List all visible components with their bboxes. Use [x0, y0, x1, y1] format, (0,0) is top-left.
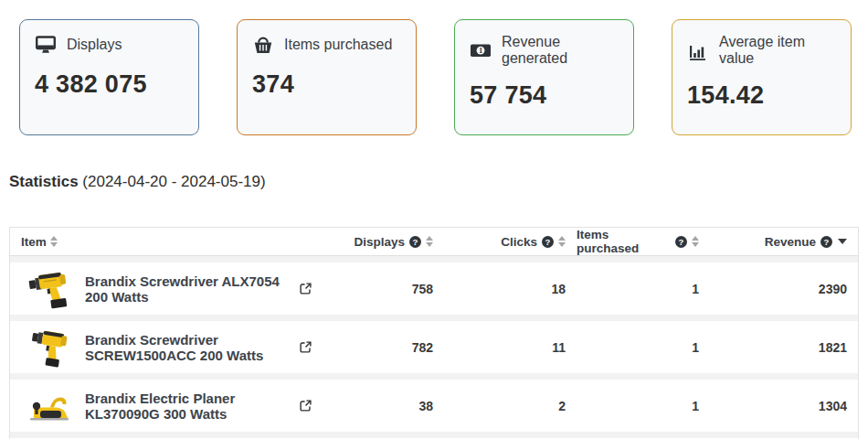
product-link[interactable]: Brandix Screwdriver ALX7054 200 Watts	[74, 273, 312, 305]
column-header-clicks[interactable]: Clicks ?	[444, 235, 577, 249]
displays-value: 38	[312, 399, 444, 413]
svg-text:1: 1	[479, 46, 482, 55]
stat-card-label: Displays	[67, 37, 122, 53]
stat-card-value: 4 382 075	[35, 70, 184, 99]
sort-descending-icon	[838, 239, 847, 244]
row-separator	[10, 315, 858, 321]
help-icon[interactable]: ?	[820, 236, 832, 248]
product-link[interactable]: Brandix Screwdriver SCREW1500ACC 200 Wat…	[74, 332, 312, 363]
display-icon	[35, 34, 57, 56]
column-header-displays[interactable]: Displays ?	[312, 235, 444, 249]
stat-cards: Displays 4 382 075 Items purchased 374	[0, 0, 868, 135]
bar-chart-icon	[687, 39, 709, 61]
stat-card-value: 154.42	[687, 81, 836, 110]
column-header-label: Revenue	[765, 235, 816, 249]
help-icon[interactable]: ?	[409, 236, 421, 248]
column-header-item[interactable]: Item	[10, 235, 312, 249]
statistics-heading: Statistics (2024-04-20 - 2024-05-19)	[9, 172, 868, 192]
product-name: Brandix Screwdriver SCREW1500ACC 200 Wat…	[85, 332, 295, 363]
product-name: Brandix Screwdriver ALX7054 200 Watts	[85, 273, 295, 305]
column-header-label: Items purchased	[577, 228, 671, 255]
statistics-title: Statistics	[9, 173, 79, 190]
item-cell: Brandix Electric Planer KL370090G 300 Wa…	[10, 383, 312, 429]
row-separator	[10, 256, 858, 262]
table-header-row: Item Displays ? Clicks ? Items purchased…	[10, 228, 858, 256]
statistics-table: Item Displays ? Clicks ? Items purchased…	[9, 227, 859, 439]
product-image-planer	[26, 383, 74, 429]
revenue-value: 2390	[710, 282, 858, 296]
sort-icon	[692, 236, 699, 247]
column-header-label: Item	[21, 235, 47, 249]
item-cell: Brandix Screwdriver SCREW1500ACC 200 Wat…	[10, 325, 312, 370]
money-bill-icon: 1	[470, 39, 492, 61]
stat-card-value: 374	[252, 70, 401, 99]
product-image-drill	[26, 325, 74, 370]
stat-card-displays: Displays 4 382 075	[19, 19, 199, 135]
product-name: Brandix Electric Planer KL370090G 300 Wa…	[85, 391, 295, 422]
stat-card-label: Revenue generated	[502, 34, 619, 67]
stat-card-label: Average item value	[719, 34, 836, 67]
row-separator	[10, 373, 858, 380]
sort-icon	[50, 236, 58, 247]
external-link-icon	[300, 341, 312, 353]
table-row: Brandix Screwdriver ALX7054 200 Watts 75…	[10, 262, 858, 315]
sort-icon	[558, 236, 566, 247]
table-row: Brandix Electric Planer KL370090G 300 Wa…	[10, 380, 858, 432]
item-cell: Brandix Screwdriver ALX7054 200 Watts	[10, 266, 312, 312]
external-link-icon	[300, 283, 312, 294]
stat-card-value: 57 754	[470, 81, 619, 110]
product-link[interactable]: Brandix Electric Planer KL370090G 300 Wa…	[74, 391, 312, 422]
stat-card-label: Items purchased	[284, 37, 392, 53]
items-purchased-value: 1	[577, 282, 710, 296]
displays-value: 782	[312, 340, 444, 355]
stat-card-items-purchased: Items purchased 374	[237, 19, 417, 135]
column-header-items-purchased[interactable]: Items purchased ?	[577, 228, 710, 255]
statistics-date-range: (2024-04-20 - 2024-05-19)	[82, 173, 265, 190]
external-link-icon	[300, 400, 312, 412]
displays-value: 758	[312, 282, 444, 296]
clicks-value: 11	[444, 340, 577, 355]
sort-icon	[426, 236, 433, 247]
stat-card-average-item-value: Average item value 154.42	[672, 19, 852, 135]
column-header-label: Clicks	[501, 235, 537, 249]
items-purchased-value: 1	[577, 399, 710, 413]
revenue-value: 1821	[710, 340, 858, 355]
basket-icon	[252, 34, 274, 56]
help-icon[interactable]: ?	[542, 236, 554, 248]
row-separator	[10, 432, 858, 438]
product-image-drill	[26, 266, 74, 312]
items-purchased-value: 1	[577, 340, 710, 355]
help-icon[interactable]: ?	[675, 236, 687, 248]
table-row: Brandix Screwdriver SCREW1500ACC 200 Wat…	[10, 321, 858, 373]
stat-card-revenue: 1 Revenue generated 57 754	[454, 19, 634, 135]
column-header-label: Displays	[354, 235, 405, 249]
clicks-value: 18	[444, 282, 577, 296]
revenue-value: 1304	[710, 399, 858, 413]
clicks-value: 2	[444, 399, 577, 413]
column-header-revenue[interactable]: Revenue ?	[710, 235, 858, 249]
